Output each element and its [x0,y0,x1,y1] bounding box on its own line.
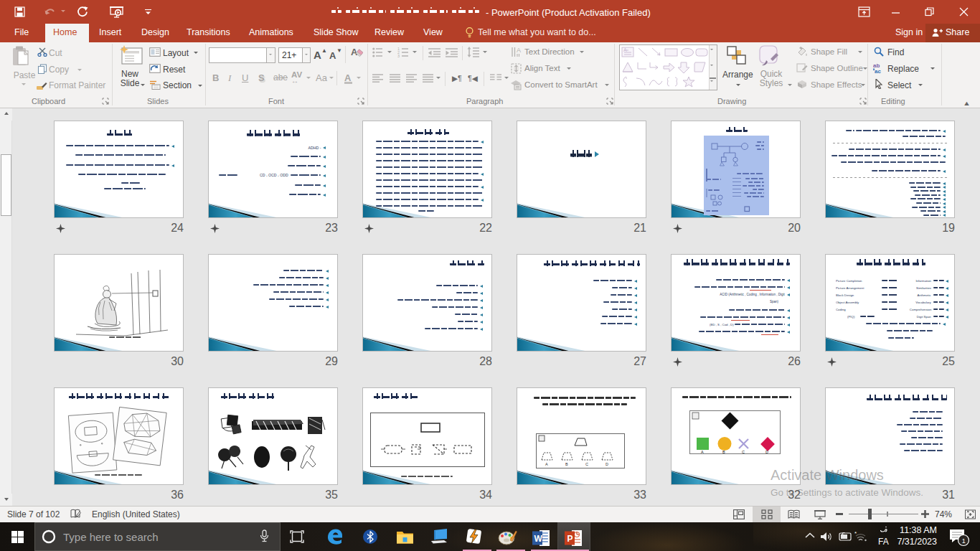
svg-text:3: 3 [397,54,400,57]
svg-text:1: 1 [962,537,966,545]
svg-text:*: * [854,531,857,537]
svg-text:P: P [567,534,573,544]
svg-text:A: A [701,450,704,454]
svg-text:A: A [545,462,548,466]
svg-text:ac: ac [875,68,881,73]
svg-text:C: C [585,462,588,466]
svg-text:C: C [742,450,745,454]
svg-text:A: A [517,47,521,54]
svg-text:B: B [565,462,568,466]
svg-text:D: D [765,450,768,454]
svg-text:D: D [606,462,608,466]
svg-text:A: A [623,47,627,52]
svg-text:W: W [534,534,543,544]
svg-text:B: B [722,450,725,454]
